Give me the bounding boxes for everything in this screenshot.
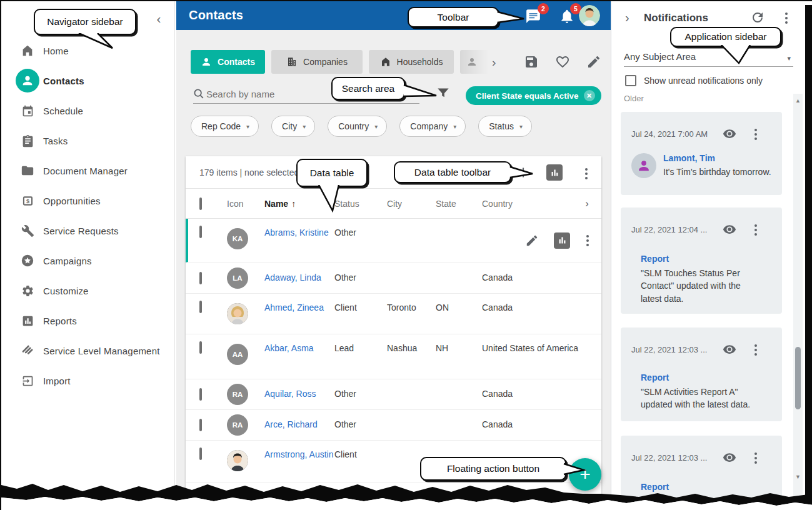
section-label: Older — [624, 94, 644, 103]
filter-company[interactable]: Company▾ — [399, 116, 466, 137]
sidebar-item-customize[interactable]: Customize — [1, 276, 174, 306]
column-header-city[interactable]: City — [387, 199, 436, 209]
notification-card[interactable]: Jul 22, 2021 12:03 ... Report "SLM Activ… — [621, 328, 782, 421]
notification-link[interactable]: Report — [641, 254, 669, 264]
notification-card[interactable]: Jul 22, 2021 12:03 ... Report — [621, 436, 782, 510]
favorite-heart-icon[interactable] — [555, 54, 570, 69]
table-row[interactable]: RA Aquilar, Ross Other Canada — [186, 379, 601, 410]
scroll-up-icon[interactable]: ▲ — [793, 98, 803, 104]
notification-link[interactable]: Lamont, Tim — [663, 153, 715, 163]
avatar: KA — [227, 228, 248, 249]
row-chart-icon[interactable] — [554, 232, 570, 249]
contact-name-link[interactable]: Armstrong, Austin — [264, 449, 334, 459]
panel-scrollbar[interactable]: ▲ ▼ — [793, 94, 803, 510]
row-menu-kebab-icon[interactable] — [585, 234, 590, 248]
unread-only-checkbox[interactable]: Show unread notifications only — [625, 75, 763, 86]
callout-application-sidebar: Application sidebar — [670, 27, 781, 47]
table-menu-kebab-icon[interactable] — [584, 167, 589, 181]
card-menu-kebab-icon[interactable] — [753, 128, 758, 141]
row-edit-pencil-icon[interactable] — [525, 234, 539, 248]
scrollbar-thumb[interactable] — [795, 347, 801, 409]
sidebar-item-tasks[interactable]: Tasks — [1, 126, 174, 156]
table-row[interactable]: AA Akbar, Asma Lead Nashua NH United Sta… — [186, 334, 601, 379]
house-icon — [380, 56, 391, 68]
subject-area-select[interactable]: Any Subject Area ▾ — [624, 51, 793, 62]
gear-icon — [20, 283, 35, 298]
columns-scroll-chevron-icon[interactable]: › — [585, 198, 589, 210]
collapse-panel-chevron-icon[interactable]: › — [625, 11, 629, 25]
sidebar-item-import[interactable]: Import — [1, 366, 174, 396]
tabs-overflow-chevron-icon[interactable]: › — [492, 56, 496, 69]
filter-country[interactable]: Country▾ — [328, 116, 387, 137]
sidebar-item-reports[interactable]: Reports — [1, 306, 174, 336]
table-row[interactable]: KA Abrams, Kristine Other — [186, 219, 601, 262]
mark-read-eye-icon[interactable] — [723, 342, 736, 356]
row-checkbox[interactable] — [199, 301, 202, 313]
row-checkbox[interactable] — [199, 419, 202, 431]
sidebar-item-campaigns[interactable]: Campaigns — [1, 246, 174, 276]
refresh-icon[interactable] — [750, 10, 765, 25]
remove-filter-icon[interactable]: ✕ — [584, 90, 595, 101]
notification-card[interactable]: Jul 22, 2021 12:04 ... Report "SLM Touch… — [621, 208, 782, 314]
notification-card[interactable]: Jul 24, 2021 7:00 AM Lamont, Tim It's Ti… — [621, 112, 782, 195]
table-chart-icon[interactable] — [546, 164, 563, 181]
tab-overflow-partial[interactable] — [460, 50, 489, 74]
svg-text:$: $ — [26, 198, 29, 204]
import-icon — [20, 373, 35, 388]
sidebar-item-opportunities[interactable]: $ Opportunities — [1, 186, 174, 216]
panel-title: Notifications — [644, 12, 708, 24]
checkbox[interactable] — [625, 75, 636, 86]
notification-link[interactable]: Report — [641, 372, 669, 382]
filter-city[interactable]: City▾ — [271, 116, 315, 137]
filter-status[interactable]: Status▾ — [478, 116, 532, 137]
sidebar-item-service-level-management[interactable]: Service Level Management — [1, 336, 174, 366]
selection-summary: 179 items | none selected — [199, 168, 299, 178]
mark-read-eye-icon[interactable] — [723, 222, 736, 236]
select-all-checkbox[interactable] — [199, 198, 202, 210]
table-row[interactable]: LA Adaway, Linda Other Canada — [186, 262, 601, 294]
collapse-sidebar-icon[interactable]: ‹ — [150, 10, 168, 28]
contact-name-link[interactable]: Akbar, Asma — [264, 343, 314, 353]
table-row[interactable]: Ahmed, Zineea Client Toronto ON Canada — [186, 294, 601, 334]
contact-name-link[interactable]: Ahmed, Zineea — [264, 302, 324, 312]
card-menu-kebab-icon[interactable] — [753, 451, 758, 465]
table-row[interactable]: RA Arce, Richard Other Canada — [186, 410, 601, 441]
user-avatar[interactable] — [579, 5, 600, 26]
contact-name-link[interactable]: Arce, Richard — [264, 419, 318, 429]
column-header-state[interactable]: State — [436, 199, 482, 209]
tab-companies[interactable]: Companies — [271, 50, 363, 74]
notification-link[interactable]: Report — [641, 482, 669, 492]
row-checkbox[interactable] — [199, 495, 202, 508]
row-checkbox[interactable] — [199, 388, 202, 401]
contact-name-link[interactable]: Aquilar, Ross — [264, 389, 316, 399]
sidebar-item-document-manager[interactable]: Document Manager — [1, 156, 174, 186]
row-checkbox[interactable] — [199, 448, 202, 460]
contact-name-link[interactable]: Adaway, Linda — [264, 272, 321, 282]
row-checkbox[interactable] — [199, 226, 202, 238]
card-menu-kebab-icon[interactable] — [753, 343, 758, 357]
callout-navigator-sidebar: Navigator sidebar — [34, 9, 136, 35]
sidebar-item-schedule[interactable]: Schedule — [1, 96, 174, 126]
sidebar-item-contacts[interactable]: Contacts — [1, 66, 174, 96]
tab-households[interactable]: Households — [369, 50, 454, 74]
tab-contacts[interactable]: Contacts — [191, 50, 265, 74]
wrench-icon — [20, 223, 35, 238]
row-checkbox[interactable] — [199, 341, 202, 354]
filter-rep-code[interactable]: Rep Code▾ — [191, 116, 259, 137]
contact-name-link[interactable]: Abrams, Kristine — [264, 228, 329, 238]
table-row[interactable] — [186, 482, 601, 510]
row-checkbox[interactable] — [199, 272, 202, 284]
column-header-country[interactable]: Country — [482, 199, 589, 209]
column-header-icon[interactable]: Icon — [227, 199, 264, 209]
mark-read-eye-icon[interactable] — [723, 127, 736, 141]
filter-chip[interactable]: Client State equals Active ✕ — [466, 86, 601, 105]
callout-tail — [496, 11, 526, 24]
edit-pencil-icon[interactable] — [586, 54, 601, 69]
scroll-down-icon[interactable]: ▼ — [793, 474, 803, 480]
callout-tail — [563, 462, 586, 476]
card-menu-kebab-icon[interactable] — [753, 223, 758, 237]
save-view-icon[interactable] — [524, 54, 539, 69]
panel-menu-kebab-icon[interactable] — [784, 11, 789, 25]
mark-read-eye-icon[interactable] — [723, 451, 736, 464]
sidebar-item-service-requests[interactable]: Service Requests — [1, 216, 174, 246]
